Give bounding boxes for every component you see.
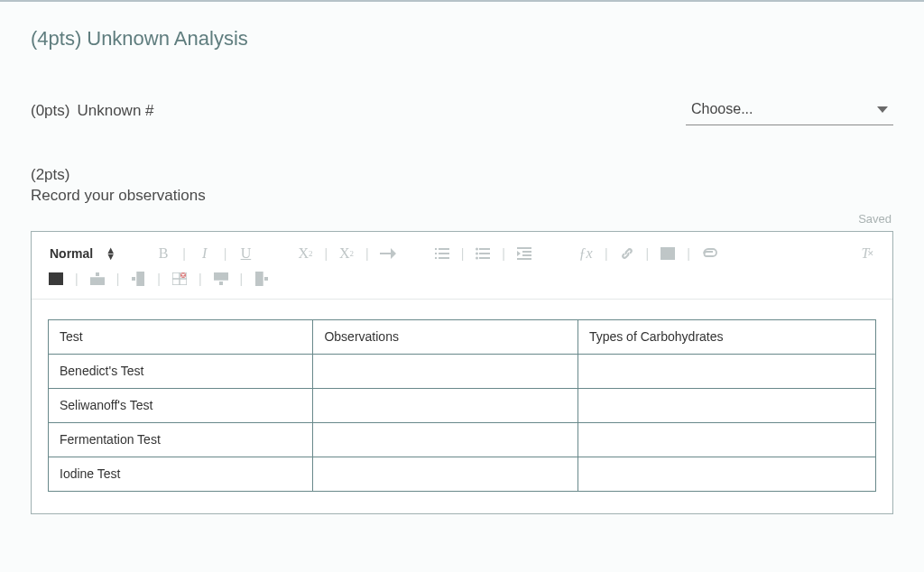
table-header-cell[interactable]: Observations: [313, 319, 578, 354]
saved-status: Saved: [858, 212, 892, 226]
attachment-button[interactable]: [701, 244, 717, 263]
italic-button[interactable]: I: [197, 244, 213, 263]
table-cell[interactable]: [313, 388, 578, 422]
svg-point-4: [664, 250, 667, 253]
separator: |: [644, 246, 651, 261]
underline-button[interactable]: U: [237, 244, 254, 263]
separator: |: [459, 246, 467, 261]
table-cell[interactable]: [313, 354, 578, 388]
paragraph-style-label: Normal: [50, 246, 93, 261]
link-button[interactable]: [619, 244, 635, 263]
table-row: Benedict's Test: [49, 354, 876, 388]
svg-point-2: [476, 256, 478, 259]
question-observations: (2pts) Record your observations: [31, 165, 893, 207]
separator: |: [685, 246, 692, 261]
superscript-button[interactable]: X2: [338, 244, 355, 263]
table-cell[interactable]: [578, 457, 875, 491]
svg-point-0: [476, 247, 478, 250]
svg-point-1: [476, 252, 478, 254]
table-row: Iodine Test: [49, 457, 876, 491]
separator: |: [222, 246, 229, 261]
insert-column-right-button[interactable]: [254, 270, 270, 288]
insert-row-above-button[interactable]: [89, 270, 106, 288]
table-cell[interactable]: [313, 457, 578, 491]
bullet-list-button[interactable]: [475, 244, 491, 263]
question-points: (2pts): [31, 165, 893, 186]
sort-icon: ▲▼: [106, 247, 116, 260]
section-title-text: Unknown Analysis: [87, 27, 248, 51]
insert-row-below-button[interactable]: [213, 270, 229, 288]
table-cell[interactable]: Fermentation Test: [49, 422, 313, 457]
separator: |: [197, 272, 204, 286]
clear-format-button[interactable]: T✕: [860, 244, 876, 263]
section-points: (4pts): [31, 27, 81, 51]
insert-column-left-button[interactable]: [130, 270, 146, 288]
table-header-cell[interactable]: Types of Carbohydrates: [578, 319, 875, 354]
separator: |: [73, 272, 80, 286]
table-cell[interactable]: [578, 422, 875, 457]
separator: |: [603, 246, 610, 261]
separator: |: [500, 246, 507, 261]
paragraph-style-select[interactable]: Normal ▲▼: [48, 244, 121, 263]
question-unknown-number: (0pts) Unknown # Choose...: [31, 96, 893, 125]
numbered-list-button[interactable]: [434, 244, 450, 263]
question-points: (0pts): [31, 102, 69, 120]
editor-toolbar: Normal ▲▼ B | I | U X2 | X2 |: [32, 232, 892, 300]
delete-table-button[interactable]: [171, 270, 188, 288]
formula-button[interactable]: ƒx: [578, 244, 594, 263]
unknown-number-dropdown[interactable]: Choose...: [686, 96, 893, 125]
dropdown-placeholder: Choose...: [691, 101, 753, 117]
chevron-down-icon: [877, 106, 888, 113]
separator: |: [238, 272, 245, 286]
question-text: Unknown #: [77, 102, 153, 120]
table-row: Fermentation Test: [49, 422, 876, 457]
separator: |: [155, 272, 162, 286]
table-header-cell[interactable]: Test: [49, 319, 313, 354]
table-header-row: Test Observations Types of Carbohydrates: [49, 319, 876, 354]
section-title: (4pts) Unknown Analysis: [31, 27, 893, 51]
question-label: (0pts) Unknown #: [31, 102, 154, 120]
table-cell[interactable]: [578, 354, 875, 388]
insert-table-button[interactable]: [48, 270, 64, 288]
observations-table: Test Observations Types of Carbohydrates…: [48, 319, 876, 492]
table-row: Seliwanoff's Test: [49, 388, 876, 422]
arrow-button[interactable]: [380, 244, 396, 263]
table-cell[interactable]: [578, 388, 875, 422]
editor-content[interactable]: Test Observations Types of Carbohydrates…: [32, 300, 892, 513]
table-cell[interactable]: Iodine Test: [49, 457, 313, 491]
separator: |: [364, 246, 371, 261]
image-button[interactable]: [660, 244, 676, 263]
bold-button[interactable]: B: [155, 244, 171, 263]
separator: |: [322, 246, 329, 261]
table-cell[interactable]: Seliwanoff's Test: [49, 388, 313, 422]
rich-text-editor: Normal ▲▼ B | I | U X2 | X2 |: [31, 231, 893, 514]
separator: |: [115, 272, 122, 286]
indent-button[interactable]: [516, 244, 532, 263]
separator: |: [180, 246, 188, 261]
table-cell[interactable]: Benedict's Test: [49, 354, 313, 388]
table-cell[interactable]: [313, 422, 578, 457]
question-text: Record your observations: [31, 186, 893, 207]
subscript-button[interactable]: X2: [297, 244, 313, 263]
